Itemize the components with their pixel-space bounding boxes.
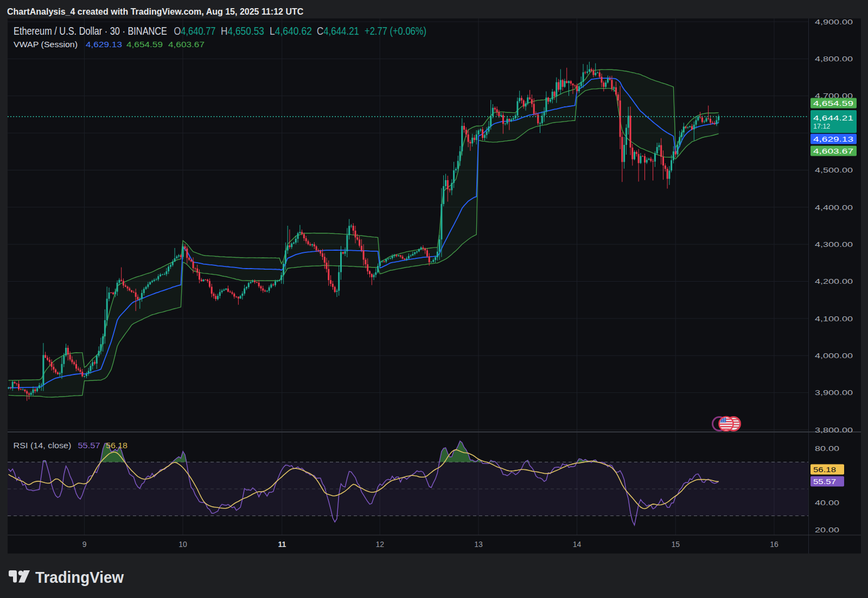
svg-text:14: 14: [573, 540, 582, 549]
svg-text:ChartAnalysis_4 created with T: ChartAnalysis_4 created with TradingView…: [7, 7, 304, 16]
svg-text:40.00: 40.00: [815, 499, 839, 507]
svg-text:15: 15: [671, 540, 680, 549]
svg-text:Ethereum / U.S. Dollar · 30 ·: Ethereum / U.S. Dollar · 30 · BINANCE: [14, 24, 167, 37]
svg-text:20.00: 20.00: [815, 526, 839, 534]
svg-text:80.00: 80.00: [815, 444, 839, 453]
svg-text:12: 12: [375, 540, 384, 549]
svg-text:4,100.00: 4,100.00: [815, 315, 853, 323]
svg-text:4,603.67: 4,603.67: [168, 40, 205, 49]
svg-text:4,400.00: 4,400.00: [815, 203, 853, 212]
svg-text:3,800.00: 3,800.00: [815, 426, 853, 434]
svg-text:4,654.59: 4,654.59: [813, 99, 853, 107]
svg-text:TradingView: TradingView: [35, 568, 124, 586]
svg-text:56.18: 56.18: [813, 466, 836, 474]
svg-text:17:12: 17:12: [813, 123, 830, 130]
svg-text:16: 16: [770, 540, 778, 549]
svg-text:4,300.00: 4,300.00: [815, 240, 853, 249]
svg-text:4,900.00: 4,900.00: [815, 18, 853, 26]
svg-text:9: 9: [82, 540, 87, 549]
svg-text:H4,650.53: H4,650.53: [221, 24, 264, 37]
svg-text:13: 13: [474, 540, 483, 549]
svg-text:L4,640.62: L4,640.62: [270, 24, 312, 37]
svg-text:3,900.00: 3,900.00: [815, 389, 853, 397]
svg-text:55.57: 55.57: [78, 441, 100, 450]
svg-text:4,603.67: 4,603.67: [813, 147, 853, 155]
svg-text:4,200.00: 4,200.00: [815, 277, 853, 285]
svg-text:4,000.00: 4,000.00: [815, 352, 853, 360]
svg-text:+2.77 (+0.06%): +2.77 (+0.06%): [365, 24, 426, 37]
svg-text:4,629.13: 4,629.13: [86, 40, 122, 49]
svg-text:VWAP (Session): VWAP (Session): [14, 40, 78, 49]
svg-text:C4,644.21: C4,644.21: [317, 24, 359, 37]
svg-text:4,654.59: 4,654.59: [126, 40, 163, 49]
svg-text:56.18: 56.18: [106, 441, 127, 450]
svg-text:4,800.00: 4,800.00: [815, 55, 853, 63]
svg-text:10: 10: [178, 540, 187, 549]
svg-text:4,644.21: 4,644.21: [813, 114, 853, 122]
svg-text:O4,640.77: O4,640.77: [174, 24, 216, 37]
svg-text:11: 11: [278, 540, 286, 549]
svg-text:RSI (14, close): RSI (14, close): [14, 441, 72, 450]
svg-text:55.57: 55.57: [813, 478, 836, 486]
svg-text:4,500.00: 4,500.00: [815, 166, 853, 174]
svg-text:4,629.13: 4,629.13: [813, 135, 853, 143]
